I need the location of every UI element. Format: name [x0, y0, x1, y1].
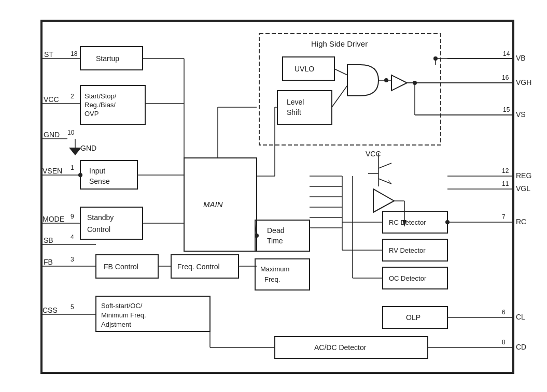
svg-rect-0: [41, 21, 513, 373]
uvlo-label: UVLO: [294, 65, 314, 73]
dead-time-label-2: Time: [267, 237, 283, 245]
css-pin-label: CSS: [43, 306, 58, 314]
freq-control-label: Freq. Control: [177, 263, 220, 271]
soft-start-label-1: Soft-start/OC/: [101, 302, 143, 310]
pin12-label: 12: [502, 167, 509, 175]
svg-point-58: [445, 220, 450, 224]
pin18-label: 18: [71, 50, 78, 57]
gnd-pin-label: GND: [44, 130, 60, 139]
cd-pin-label: CD: [516, 343, 526, 351]
pin8-label: 8: [502, 339, 506, 346]
st-pin-label: ST: [44, 50, 53, 59]
vb-pin-label: VB: [516, 54, 526, 62]
input-sense-label-2: Sense: [89, 177, 110, 185]
dead-time-label-1: Dead: [267, 226, 284, 235]
pin16-label: 16: [502, 74, 509, 81]
svg-rect-20: [80, 207, 143, 239]
max-freq-label-1: Maximum: [260, 265, 289, 273]
svg-marker-4: [391, 75, 407, 91]
pin6-label: 6: [502, 309, 506, 316]
startup-label: Startup: [96, 54, 119, 63]
pin15-label: 15: [503, 106, 510, 113]
pin14-label: 14: [503, 50, 510, 57]
rc-detector-label: RC Detector: [389, 219, 426, 226]
pin10-label: 10: [67, 129, 75, 136]
pin11-label: 11: [502, 180, 509, 187]
main-label: MAIN: [203, 200, 223, 209]
pin4-label: 4: [71, 234, 74, 241]
gnd-symbol-label: GND: [80, 144, 96, 152]
vcc-pin-label: VCC: [44, 95, 59, 104]
max-freq-label-2: Freq.: [264, 275, 280, 283]
svg-rect-3: [277, 91, 332, 124]
vs-pin-label: VS: [516, 110, 526, 119]
level-shift-label-1: Level: [287, 98, 304, 106]
cl-pin-label: CL: [516, 313, 525, 321]
input-sense-label-1: Input: [89, 167, 105, 175]
level-shift-label-2: Shift: [287, 108, 301, 117]
mode-pin-label: MODE: [43, 215, 64, 223]
vgl-pin-label: VGL: [516, 184, 530, 193]
start-stop-label-3: OVP: [85, 110, 99, 118]
start-stop-label-1: Start/Stop/: [85, 92, 117, 100]
diagram-container: High Side Driver UVLO Level Shift: [0, 0, 547, 392]
svg-point-9: [384, 78, 388, 82]
soft-start-label-3: Adjstment: [101, 321, 131, 328]
standby-label-2: Control: [87, 225, 110, 234]
svg-rect-25: [255, 259, 310, 290]
svg-point-69: [255, 234, 259, 238]
pin1-label: 1: [71, 164, 74, 171]
reg-pin-label: REG: [516, 171, 531, 180]
svg-line-35: [378, 179, 391, 184]
pin2-label: 2: [71, 93, 74, 100]
svg-rect-24: [255, 220, 310, 251]
svg-marker-37: [373, 189, 394, 212]
pin9-label: 9: [71, 213, 74, 220]
svg-rect-1: [259, 34, 441, 145]
svg-marker-45: [69, 148, 81, 155]
svg-line-5: [334, 69, 347, 75]
fb-pin-label: FB: [44, 258, 53, 266]
vgh-pin-label: VGH: [516, 78, 531, 86]
start-stop-label-2: Reg./Bias/: [85, 101, 116, 109]
rc-pin-label: RC: [516, 217, 526, 226]
soft-start-label-2: Minimum Freq.: [101, 311, 146, 319]
pin3-label: 3: [71, 256, 74, 263]
svg-line-6: [332, 85, 347, 107]
rv-detector-label: RV Detector: [389, 246, 426, 254]
pin5-label: 5: [71, 303, 74, 311]
standby-label-1: Standby: [87, 213, 114, 222]
oc-detector-label: OC Detector: [389, 274, 427, 282]
svg-line-34: [378, 163, 391, 168]
sb-pin-label: SB: [44, 236, 53, 244]
acdc-label: AC/DC Detector: [314, 343, 367, 352]
pin7-label: 7: [502, 213, 506, 221]
svg-point-47: [78, 173, 82, 177]
olp-label: OLP: [406, 313, 420, 322]
vsen-pin-label: VSEN: [43, 167, 62, 175]
fb-control-label: FB Control: [104, 263, 138, 271]
high-side-driver-label: High Side Driver: [311, 39, 368, 48]
